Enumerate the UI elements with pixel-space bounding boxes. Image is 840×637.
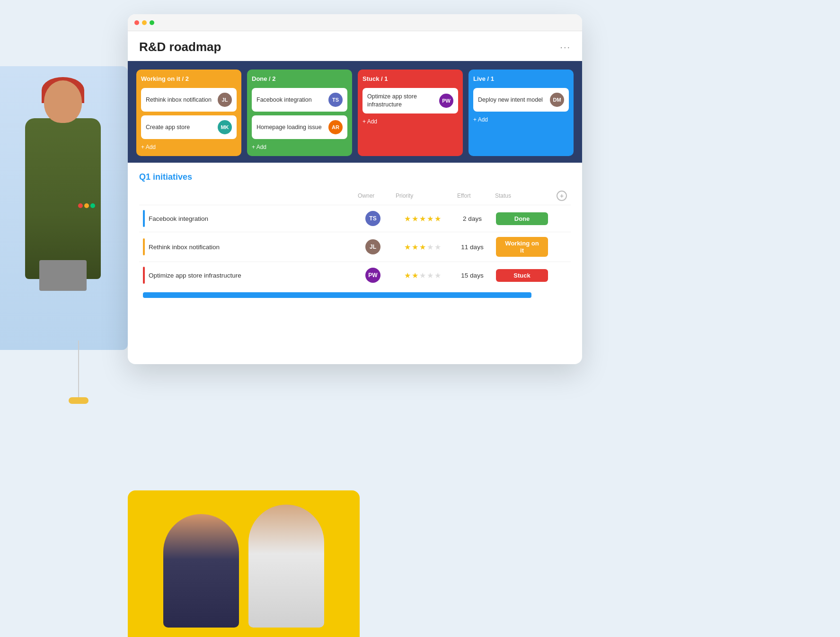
star-icon: ★ xyxy=(419,243,426,252)
priority-stars: ★★★★★ xyxy=(396,214,450,223)
kanban-col-header-live: Live / 1 xyxy=(473,75,569,82)
star-icon: ★ xyxy=(404,271,411,280)
effort-cell: 2 days xyxy=(453,205,491,232)
task-name-cell: Facebook integration xyxy=(139,205,354,232)
bottom-photo xyxy=(128,490,360,637)
star-icon: ★ xyxy=(419,214,426,223)
app-window: R&D roadmap ··· Working on it / 2Rethink… xyxy=(128,14,582,364)
kanban-card[interactable]: Facebook integrationTS xyxy=(252,88,347,112)
status-badge: Stuck xyxy=(496,269,548,282)
kanban-card[interactable]: Deploy new intent modelDM xyxy=(473,88,569,112)
star-icon: ★ xyxy=(419,271,426,280)
add-column-button[interactable]: + xyxy=(557,191,567,201)
effort-cell: 15 days xyxy=(453,262,491,289)
card-text: Create app store xyxy=(146,123,214,131)
card-avatar: MK xyxy=(218,120,232,134)
owner-cell: PW xyxy=(354,262,392,289)
connector-dot xyxy=(69,397,88,404)
card-avatar: JL xyxy=(218,93,232,107)
kanban-column-working: Working on it / 2Rethink inbox notificat… xyxy=(136,70,241,156)
add-card-button-stuck[interactable]: + Add xyxy=(363,117,458,126)
add-card-button-done[interactable]: + Add xyxy=(252,143,347,151)
kanban-column-stuck: Stuck / 1Optimize app store infrastructu… xyxy=(358,70,463,156)
priority-cell: ★★★★★ xyxy=(392,232,453,262)
connector-line xyxy=(78,340,79,397)
person-bottom-left xyxy=(163,514,239,628)
more-options-button[interactable]: ··· xyxy=(560,42,571,52)
status-badge: Done xyxy=(496,212,548,225)
kanban-board: Working on it / 2Rethink inbox notificat… xyxy=(128,61,582,163)
row-indicator xyxy=(143,210,145,227)
kanban-card[interactable]: Homepage loading issueAR xyxy=(252,115,347,139)
star-icon: ★ xyxy=(434,214,441,223)
table-row[interactable]: Optimize app store infrastructurePW★★★★★… xyxy=(139,262,571,289)
minimize-dot[interactable] xyxy=(142,20,147,25)
star-icon: ★ xyxy=(427,214,433,223)
logo-dot-yellow xyxy=(84,203,89,208)
card-text: Homepage loading issue xyxy=(256,123,325,131)
list-title: Q1 initiatives xyxy=(139,172,571,182)
kanban-col-header-stuck: Stuck / 1 xyxy=(363,75,458,82)
logo-dot-red xyxy=(78,203,83,208)
task-name-cell: Rethink inbox notification xyxy=(139,232,354,262)
th-status: Status xyxy=(491,189,553,205)
person-left xyxy=(9,73,117,329)
owner-avatar: JL xyxy=(365,239,380,254)
row-indicator xyxy=(143,267,145,284)
window-header: R&D roadmap ··· xyxy=(128,31,582,61)
kanban-card[interactable]: Create app storeMK xyxy=(141,115,237,139)
head xyxy=(44,80,82,123)
status-cell: Working on it xyxy=(491,232,553,262)
task-name-cell: Optimize app store infrastructure xyxy=(139,262,354,289)
bottom-people xyxy=(128,490,360,637)
card-text: Deploy new intent model xyxy=(478,96,546,104)
table-row[interactable]: Rethink inbox notificationJL★★★★★11 days… xyxy=(139,232,571,262)
priority-stars: ★★★★★ xyxy=(396,271,450,280)
star-icon: ★ xyxy=(427,271,433,280)
card-text: Facebook integration xyxy=(256,96,325,104)
owner-avatar: TS xyxy=(365,211,380,226)
owner-avatar: PW xyxy=(365,268,380,283)
kanban-column-live: Live / 1Deploy new intent modelDM+ Add xyxy=(469,70,574,156)
kanban-col-header-working: Working on it / 2 xyxy=(141,75,237,82)
row-plus-cell xyxy=(553,262,571,289)
card-text: Optimize app store infrastructure xyxy=(367,93,435,109)
star-icon: ★ xyxy=(404,243,411,252)
kanban-column-done: Done / 2Facebook integrationTSHomepage l… xyxy=(247,70,352,156)
status-cell: Stuck xyxy=(491,262,553,289)
person-bottom-right xyxy=(248,505,324,628)
kanban-card[interactable]: Optimize app store infrastructurePW xyxy=(363,88,458,113)
star-icon: ★ xyxy=(412,243,418,252)
body xyxy=(25,118,101,279)
page-title: R&D roadmap xyxy=(139,40,221,54)
task-name-text: Rethink inbox notification xyxy=(149,244,220,251)
status-cell: Done xyxy=(491,205,553,232)
add-card-button-working[interactable]: + Add xyxy=(141,143,237,151)
add-card-button-live[interactable]: + Add xyxy=(473,115,569,124)
bottom-row-hint xyxy=(143,292,531,298)
logo-dot-green xyxy=(90,203,95,208)
connector xyxy=(69,340,88,404)
task-name-text: Facebook integration xyxy=(149,215,208,222)
task-name-text: Optimize app store infrastructure xyxy=(149,272,241,279)
star-icon: ★ xyxy=(427,243,433,252)
owner-cell: JL xyxy=(354,232,392,262)
kanban-card[interactable]: Rethink inbox notificationJL xyxy=(141,88,237,112)
priority-cell: ★★★★★ xyxy=(392,205,453,232)
status-badge: Working on it xyxy=(496,237,548,257)
card-avatar: TS xyxy=(328,93,343,107)
monday-logo xyxy=(78,203,95,208)
table-row[interactable]: Facebook integrationTS★★★★★2 daysDone xyxy=(139,205,571,232)
initiatives-table: Owner Priority Effort Status + Facebook … xyxy=(139,189,571,288)
th-plus: + xyxy=(553,189,571,205)
close-dot[interactable] xyxy=(134,20,139,25)
star-icon: ★ xyxy=(404,214,411,223)
maximize-dot[interactable] xyxy=(150,20,154,25)
th-effort: Effort xyxy=(453,189,491,205)
star-icon: ★ xyxy=(434,271,441,280)
laptop xyxy=(39,260,87,291)
card-avatar: PW xyxy=(439,94,453,108)
card-avatar: DM xyxy=(550,93,564,107)
priority-cell: ★★★★★ xyxy=(392,262,453,289)
star-icon: ★ xyxy=(412,271,418,280)
